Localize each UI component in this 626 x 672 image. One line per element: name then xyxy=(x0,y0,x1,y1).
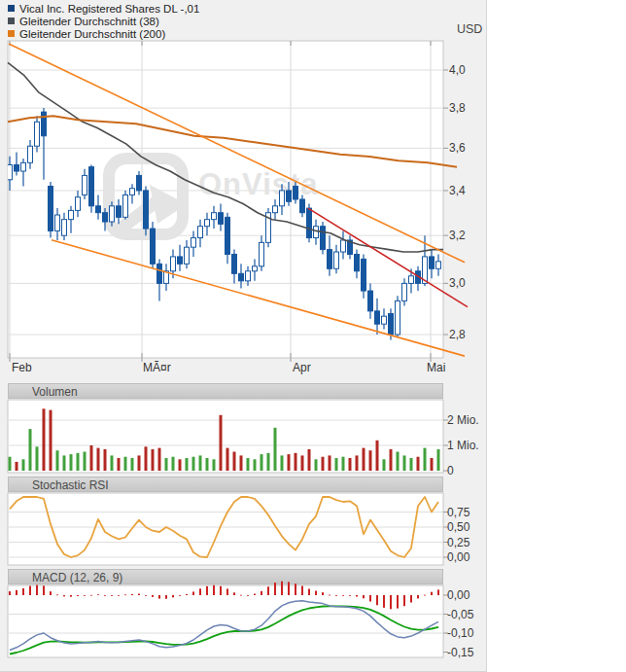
price-axis-label: 3,4 xyxy=(449,184,466,197)
price-axis-label: 4,0 xyxy=(449,63,466,77)
month-axis-label: Apr xyxy=(293,361,311,374)
macd-axis-label: -0,15 xyxy=(447,646,473,659)
instrument-label: Vical Inc. Registered Shares DL -,01 xyxy=(19,3,199,15)
ma200-swatch xyxy=(8,30,15,37)
stochrsi-axis-label: 0,25 xyxy=(447,536,470,549)
price-axis-label: 3,8 xyxy=(449,101,466,115)
volume-axis-label: 1 Mio. xyxy=(447,439,479,452)
price-axis-label: 3,0 xyxy=(449,276,466,290)
volume-panel-header: Volumen xyxy=(8,383,443,399)
stochrsi-axis-label: 0,75 xyxy=(447,506,470,519)
stochrsi-axis-label: 0,50 xyxy=(447,520,470,534)
legend-item-instrument: Vical Inc. Registered Shares DL -,01 xyxy=(8,2,199,15)
price-axis-label: 2,8 xyxy=(449,328,466,341)
macd-chart[interactable] xyxy=(8,585,455,657)
macd-axis-label: -0,05 xyxy=(447,608,473,621)
legend: Vical Inc. Registered Shares DL -,01 Gle… xyxy=(8,2,199,40)
ma38-swatch xyxy=(8,18,15,24)
legend-item-ma38: Gleitender Durchschnitt (38) xyxy=(8,15,199,27)
month-axis-label: Feb xyxy=(12,361,32,374)
macd-axis-label: 0,00 xyxy=(447,588,470,602)
ma200-label: Gleitender Durchschnitt (200) xyxy=(19,28,165,40)
stochrsi-panel-header: Stochastic RSI xyxy=(8,477,443,492)
page: Vical Inc. Registered Shares DL -,01 Gle… xyxy=(0,0,626,672)
chart-widget: Vical Inc. Registered Shares DL -,01 Gle… xyxy=(0,0,487,672)
month-axis-label: Mai xyxy=(427,361,445,374)
volume-axis-label: 0 xyxy=(447,464,454,477)
legend-item-ma200: Gleitender Durchschnitt (200) xyxy=(8,27,199,40)
price-axis-label: 3,6 xyxy=(449,141,466,155)
macd-panel-header: MACD (12, 26, 9) xyxy=(8,569,443,584)
currency-label: USD xyxy=(457,22,482,36)
volume-axis-label: 2 Mio. xyxy=(447,413,479,427)
price-chart[interactable]: OnVista xyxy=(8,41,472,366)
macd-axis-label: -0,10 xyxy=(447,626,473,640)
volume-chart[interactable] xyxy=(8,400,455,473)
instrument-swatch xyxy=(8,5,15,12)
stochrsi-chart[interactable] xyxy=(8,493,455,565)
month-axis-label: MÃ¤r xyxy=(143,361,171,374)
price-axis-label: 3,2 xyxy=(449,229,466,242)
stochrsi-axis-label: 0,00 xyxy=(447,550,470,564)
ma38-label: Gleitender Durchschnitt (38) xyxy=(19,16,159,27)
